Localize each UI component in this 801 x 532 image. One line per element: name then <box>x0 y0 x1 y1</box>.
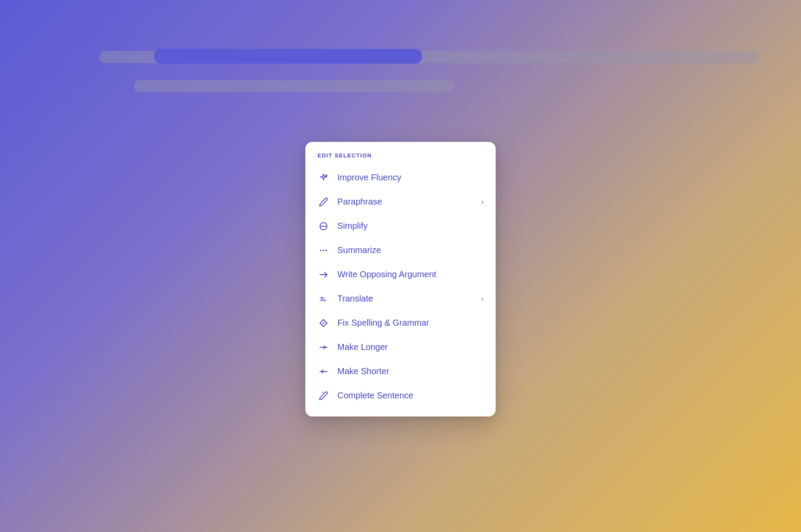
complete-sentence-label: Complete Sentence <box>337 391 484 401</box>
pencil-icon <box>317 196 330 208</box>
fix-spelling-grammar-label: Fix Spelling & Grammar <box>337 318 484 328</box>
edit-selection-menu: EDIT SELECTION Improve Fluency Paraphras… <box>305 142 496 417</box>
menu-item-simplify[interactable]: Simplify <box>305 214 496 238</box>
svg-point-3 <box>323 250 324 251</box>
paraphrase-label: Paraphrase <box>337 197 481 207</box>
menu-item-make-longer[interactable]: Make Longer <box>305 335 496 359</box>
simplify-label: Simplify <box>337 221 484 231</box>
translate-chevron-icon: › <box>481 295 484 303</box>
menu-item-write-opposing-argument[interactable]: Write Opposing Argument <box>305 263 496 287</box>
collapse-left-icon <box>317 365 330 378</box>
pen-sparkle-icon <box>317 390 330 402</box>
sparkle-icon <box>317 172 330 184</box>
translate-icon: 文 A <box>317 293 330 305</box>
menu-item-fix-spelling-grammar[interactable]: Fix Spelling & Grammar <box>305 311 496 335</box>
menu-item-complete-sentence[interactable]: Complete Sentence <box>305 384 496 408</box>
make-longer-label: Make Longer <box>337 342 484 352</box>
menu-item-improve-fluency[interactable]: Improve Fluency <box>305 166 496 190</box>
menu-header: EDIT SELECTION <box>305 152 496 166</box>
menu-item-make-shorter[interactable]: Make Shorter <box>305 359 496 384</box>
menu-item-paraphrase[interactable]: Paraphrase › <box>305 190 496 214</box>
svg-text:A: A <box>324 298 326 302</box>
arrow-right-icon <box>317 269 330 281</box>
menu-item-summarize[interactable]: Summarize <box>305 238 496 263</box>
improve-fluency-label: Improve Fluency <box>337 173 484 183</box>
diamond-pencil-icon <box>317 317 330 329</box>
svg-point-2 <box>320 250 322 251</box>
make-shorter-label: Make Shorter <box>337 366 484 376</box>
translate-label: Translate <box>337 294 481 304</box>
circle-slash-icon <box>317 220 330 232</box>
svg-point-4 <box>326 250 327 251</box>
dots-icon <box>317 244 330 256</box>
menu-item-translate[interactable]: 文 A Translate › <box>305 287 496 311</box>
svg-line-8 <box>323 322 324 324</box>
expand-right-icon <box>317 341 330 353</box>
write-opposing-argument-label: Write Opposing Argument <box>337 269 484 279</box>
paraphrase-chevron-icon: › <box>481 198 484 206</box>
summarize-label: Summarize <box>337 245 484 255</box>
context-menu: EDIT SELECTION Improve Fluency Paraphras… <box>305 142 496 417</box>
